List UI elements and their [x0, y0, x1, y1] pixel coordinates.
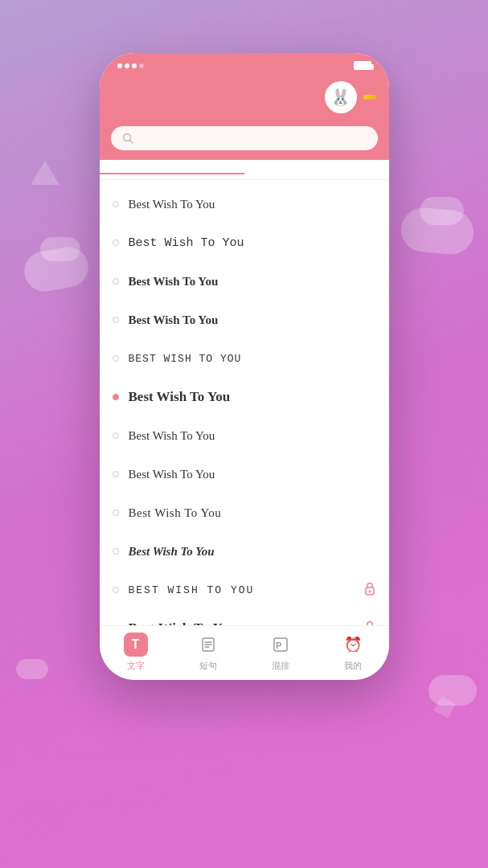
font-item-dot: [113, 510, 119, 516]
font-list-item[interactable]: Best Wish To You: [100, 532, 389, 571]
battery-icon: [354, 61, 371, 70]
font-item-dot: [113, 587, 119, 593]
font-list-item[interactable]: Best Wish To You: [100, 223, 389, 262]
font-item-text: BEST WISH TO YOU: [129, 584, 363, 596]
font-item-text: Best Wish To You: [129, 545, 376, 559]
font-item-text: Best Wish To You: [129, 389, 376, 405]
font-list-item[interactable]: Best Wish To You: [100, 301, 389, 339]
app-header: 🐰: [100, 75, 389, 121]
battery-fill: [355, 63, 370, 68]
nav-label: 文字: [127, 660, 145, 672]
mascot-icon: 🐰: [325, 81, 357, 113]
font-list: Best Wish To YouBest Wish To YouBest Wis…: [100, 180, 389, 625]
font-list-item[interactable]: BEST WISH TO YOU: [100, 339, 389, 378]
nav-icon-duanju: [196, 633, 220, 657]
status-bar: [100, 53, 389, 75]
signal-dot-2: [125, 63, 129, 68]
font-item-text: Best Wish To You: [129, 198, 376, 211]
lock-icon: [363, 581, 376, 599]
font-item-text: Best Wish To You: [129, 236, 376, 250]
font-list-item[interactable]: Best Wish To You: [100, 455, 389, 493]
font-item-text: Best Wish To You: [129, 313, 376, 327]
lock-icon: [363, 620, 376, 625]
tab-wenzi[interactable]: [100, 168, 244, 174]
vip-badge[interactable]: [363, 95, 376, 100]
tab-zhuangshi[interactable]: [244, 168, 389, 174]
font-list-item[interactable]: Best Wish To You: [100, 378, 389, 416]
nav-item-短句[interactable]: 短句: [172, 633, 244, 672]
font-item-dot: [113, 201, 119, 207]
font-item-dot: [113, 394, 119, 400]
signal-dot-1: [117, 63, 122, 68]
font-item-dot: [113, 355, 119, 362]
nav-icon-hunpai: P: [269, 633, 293, 657]
font-item-text: Best Wish To You: [129, 275, 376, 289]
font-item-text: Best Wish To You: [129, 620, 363, 625]
nav-label: 混排: [272, 660, 289, 672]
font-item-text: BEST WISH TO YOU: [129, 353, 376, 365]
signal-dot-4: [139, 63, 144, 68]
tabs-container: [100, 160, 389, 180]
font-item-dot: [113, 240, 119, 246]
font-list-item[interactable]: Best Wish To You: [100, 493, 389, 532]
nav-item-文字[interactable]: T文字: [100, 633, 172, 672]
svg-point-3: [368, 591, 371, 593]
nav-icon-wenzi: T: [124, 633, 148, 657]
font-item-dot: [113, 471, 119, 477]
svg-line-1: [129, 141, 133, 144]
font-list-item[interactable]: Best Wish To You: [100, 609, 389, 625]
font-item-text: Best Wish To You: [129, 429, 376, 443]
phone-frame: 🐰 Best Wish To YouBest Wish To YouBest W…: [100, 53, 389, 680]
font-list-item[interactable]: Best Wish To You: [100, 185, 389, 223]
bottom-nav: T文字 短句 P 混排⏰我的: [100, 625, 389, 680]
font-item-dot: [113, 548, 119, 555]
font-list-item[interactable]: BEST WISH TO YOU: [100, 571, 389, 609]
nav-item-混排[interactable]: P 混排: [244, 633, 317, 672]
font-item-dot: [113, 317, 119, 323]
nav-item-我的[interactable]: ⏰我的: [317, 633, 389, 672]
svg-text:P: P: [276, 641, 281, 650]
font-item-text: Best Wish To You: [129, 506, 376, 520]
header-right: 🐰: [325, 81, 376, 113]
nav-label: 短句: [199, 660, 217, 672]
font-list-item[interactable]: Best Wish To You: [100, 416, 389, 455]
nav-label: 我的: [344, 660, 362, 672]
status-left: [117, 63, 150, 68]
signal-dot-3: [132, 63, 137, 68]
nav-icon-wode: ⏰: [341, 633, 365, 657]
font-list-item[interactable]: Best Wish To You: [100, 262, 389, 301]
search-icon: [122, 133, 133, 144]
search-bar: [100, 121, 389, 160]
search-input-container[interactable]: [111, 126, 378, 150]
font-item-text: Best Wish To You: [129, 468, 376, 481]
font-item-dot: [113, 278, 119, 285]
font-item-dot: [113, 432, 119, 439]
status-right: [351, 61, 371, 70]
